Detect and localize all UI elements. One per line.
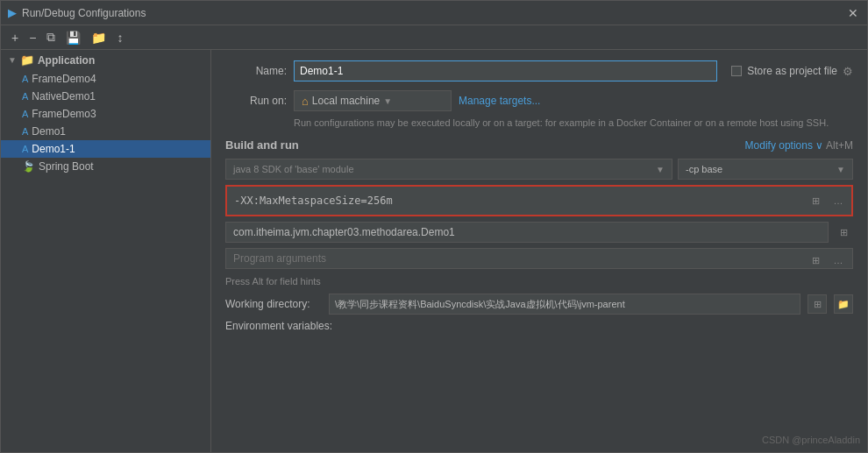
sidebar-item-label: Demo1: [32, 125, 66, 138]
store-as-project-checkbox[interactable]: [731, 66, 742, 76]
env-vars-row: Environment variables:: [225, 320, 853, 332]
toolbar: + − ⧉ 💾 📁 ↕: [1, 25, 867, 50]
close-button[interactable]: ✕: [846, 6, 860, 20]
vm-options-value: -XX:MaxMetaspaceSize=256m: [234, 195, 393, 207]
folder-icon: 📁: [91, 31, 106, 45]
sidebar: ▼ 📁 Application A FrameDemo4 A NativeDem…: [1, 50, 211, 452]
java-sdk-arrow-icon: ▼: [656, 165, 665, 174]
main-class-input[interactable]: com.itheima.jvm.chapter03.methodarea.Dem…: [225, 222, 829, 243]
sidebar-item-label: FrameDemo3: [32, 108, 96, 120]
folder-button[interactable]: 📁: [88, 29, 110, 46]
sidebar-item-label: Spring Boot: [39, 160, 94, 173]
chevron-down-icon: ▼: [8, 55, 17, 65]
copy-button[interactable]: ⧉: [43, 28, 59, 46]
modify-options-link[interactable]: Modify options ∨ Alt+M: [745, 139, 853, 152]
home-icon: ⌂: [302, 95, 309, 108]
name-input[interactable]: [294, 60, 717, 81]
main-class-expand-button[interactable]: ⊞: [834, 223, 853, 242]
sidebar-item-label: Demo1-1: [32, 143, 75, 155]
settings-icon[interactable]: ⚙: [843, 65, 853, 78]
app-icon-3: A: [22, 109, 28, 119]
cp-arrow-icon: ▼: [836, 165, 845, 174]
app-icon-1: A: [22, 74, 28, 84]
args-more-button[interactable]: …: [829, 251, 848, 270]
vm-expand-button[interactable]: ⊞: [806, 191, 825, 210]
sort-button[interactable]: ↕: [113, 29, 126, 46]
sidebar-item-nativedemo1[interactable]: A NativeDemo1: [1, 88, 210, 105]
run-on-select[interactable]: ⌂ Local machine ▼: [294, 90, 452, 111]
sidebar-section-application[interactable]: ▼ 📁 Application: [1, 50, 210, 70]
dialog-title: Run/Debug Configurations: [22, 7, 146, 19]
press-alt-hint: Press Alt for field hints: [225, 276, 853, 287]
cp-select[interactable]: -cp base ▼: [678, 159, 853, 180]
detail-panel: Name: Store as project file ⚙ Run on: ⌂ …: [211, 50, 867, 452]
working-dir-value: \教学\同步课程资料\BaiduSyncdisk\实战Java虚拟机\代码\jv…: [329, 294, 800, 315]
modify-options-shortcut: Alt+M: [826, 139, 853, 152]
hint-text: Run configurations may be executed local…: [294, 117, 853, 130]
sort-icon: ↕: [117, 31, 123, 45]
sidebar-item-framedemo3[interactable]: A FrameDemo3: [1, 105, 210, 123]
dropdown-arrow-icon: ▼: [383, 96, 392, 106]
build-and-run-header: Build and run Modify options ∨ Alt+M: [225, 138, 853, 152]
working-dir-row: Working directory: \教学\同步课程资料\BaiduSyncd…: [225, 294, 853, 315]
app-icon-2: A: [22, 91, 28, 102]
copy-icon: ⧉: [46, 30, 55, 44]
save-button[interactable]: 💾: [62, 29, 84, 46]
app-icon-4: A: [22, 126, 28, 137]
sidebar-item-demo1[interactable]: A Demo1: [1, 123, 210, 140]
remove-button[interactable]: −: [25, 29, 39, 46]
java-sdk-select[interactable]: java 8 SDK of 'base' module ▼: [225, 159, 672, 180]
add-button[interactable]: +: [8, 29, 22, 46]
program-args-input[interactable]: [225, 248, 853, 269]
run-on-row: Run on: ⌂ Local machine ▼ Manage targets…: [225, 90, 853, 111]
spring-icon: 🍃: [22, 160, 35, 173]
run-on-label: Run on:: [225, 95, 287, 107]
working-dir-copy-button[interactable]: ⊞: [808, 294, 827, 314]
run-debug-dialog: ▶ Run/Debug Configurations ✕ + − ⧉ 💾 📁 ↕…: [0, 0, 868, 453]
env-vars-label: Environment variables:: [225, 320, 332, 332]
app-folder-icon: 📁: [20, 53, 34, 67]
modify-options-arrow-icon: ∨: [815, 139, 826, 152]
manage-targets-link[interactable]: Manage targets...: [459, 95, 540, 107]
title-bar-left: ▶ Run/Debug Configurations: [8, 6, 146, 19]
program-args-container: ⊞ …: [225, 248, 853, 273]
main-class-value: com.itheima.jvm.chapter03.methodarea.Dem…: [233, 226, 455, 238]
title-bar: ▶ Run/Debug Configurations ✕: [1, 1, 867, 25]
store-as-project-label: Store as project file: [747, 65, 837, 77]
name-label: Name:: [225, 65, 287, 77]
run-debug-icon: ▶: [8, 6, 17, 19]
sidebar-item-springboot[interactable]: 🍃 Spring Boot: [1, 158, 210, 175]
sidebar-item-label: FrameDemo4: [32, 73, 96, 85]
watermark: CSDN @princeAladdin: [762, 435, 860, 445]
sidebar-item-label: NativeDemo1: [32, 90, 96, 103]
save-icon: 💾: [66, 31, 81, 45]
app-icon-5: A: [22, 144, 28, 154]
working-dir-browse-button[interactable]: 📁: [834, 294, 853, 314]
sidebar-item-framedemo4[interactable]: A FrameDemo4: [1, 70, 210, 88]
java-sdk-row: java 8 SDK of 'base' module ▼ -cp base ▼: [225, 159, 853, 180]
run-on-value: Local machine: [312, 95, 380, 107]
args-expand-button[interactable]: ⊞: [806, 251, 825, 270]
sidebar-item-demo1-1[interactable]: A Demo1-1: [1, 140, 210, 158]
working-dir-label: Working directory:: [225, 298, 322, 310]
build-run-title: Build and run: [225, 138, 299, 152]
cp-value: -cp base: [686, 164, 722, 174]
main-content: ▼ 📁 Application A FrameDemo4 A NativeDem…: [1, 50, 867, 452]
main-class-row: com.itheima.jvm.chapter03.methodarea.Dem…: [225, 222, 853, 243]
sidebar-application-label: Application: [38, 54, 95, 67]
vm-options-box[interactable]: -XX:MaxMetaspaceSize=256m: [225, 185, 853, 216]
vm-more-button[interactable]: …: [829, 191, 848, 210]
java-sdk-value: java 8 SDK of 'base' module: [233, 164, 354, 174]
